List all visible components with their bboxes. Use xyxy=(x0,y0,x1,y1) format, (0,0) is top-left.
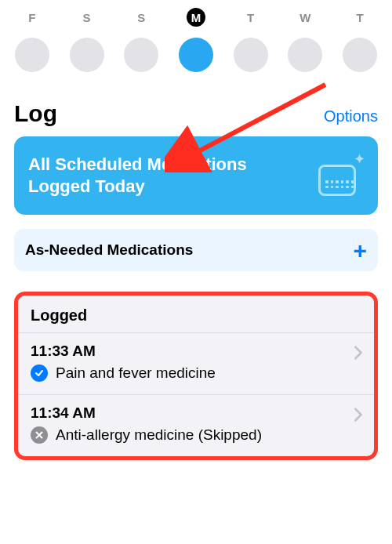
day-letter: S xyxy=(132,8,151,27)
as-needed-label: As-Needed Medications xyxy=(25,241,193,259)
day-status-circle xyxy=(70,38,104,72)
day-letter: T xyxy=(350,8,369,27)
day-status-circle xyxy=(343,38,377,72)
day-status-circle xyxy=(288,38,322,72)
day-status-circle xyxy=(124,38,158,72)
x-circle-icon xyxy=(31,426,48,444)
day-letter: F xyxy=(23,8,42,27)
day-letter: W xyxy=(296,8,314,27)
as-needed-row[interactable]: As-Needed Medications + xyxy=(14,229,378,271)
day-column[interactable]: M xyxy=(174,8,218,72)
day-status-circle xyxy=(15,38,49,72)
day-letter: T xyxy=(241,8,260,27)
log-time: 11:33 AM xyxy=(31,343,361,360)
chevron-right-icon xyxy=(354,346,363,363)
log-entry[interactable]: 11:34 AM Anti-allergy medicine (Skipped) xyxy=(18,395,374,456)
all-logged-banner[interactable]: All Scheduled Medications Logged Today ✦ xyxy=(14,136,378,215)
calendar-sparkle-icon: ✦ xyxy=(317,152,364,199)
day-letter: S xyxy=(78,8,96,27)
logged-section: Logged 11:33 AM Pain and fever medicine … xyxy=(14,292,378,460)
options-button[interactable]: Options xyxy=(324,107,378,125)
day-column[interactable]: T xyxy=(229,8,273,72)
medication-name: Pain and fever medicine xyxy=(56,364,216,382)
log-entry[interactable]: 11:33 AM Pain and fever medicine xyxy=(18,333,374,395)
logged-section-header: Logged xyxy=(18,296,374,333)
day-selector: F S S M T W T xyxy=(0,0,392,72)
day-status-circle xyxy=(234,38,268,72)
day-column[interactable]: F xyxy=(10,8,54,72)
banner-title: All Scheduled Medications Logged Today xyxy=(28,154,263,198)
medication-name: Anti-allergy medicine (Skipped) xyxy=(56,426,262,444)
day-status-circle xyxy=(179,38,213,72)
day-letter: M xyxy=(187,8,205,27)
plus-icon[interactable]: + xyxy=(353,245,367,256)
page-title: Log xyxy=(14,100,57,127)
day-column[interactable]: S xyxy=(119,8,163,72)
log-header-row: Log Options xyxy=(14,100,378,127)
log-time: 11:34 AM xyxy=(31,404,361,422)
checkmark-circle-icon xyxy=(31,364,48,382)
day-column[interactable]: S xyxy=(65,8,109,72)
day-column[interactable]: W xyxy=(283,8,327,72)
chevron-right-icon xyxy=(354,408,363,425)
day-column[interactable]: T xyxy=(338,8,382,72)
